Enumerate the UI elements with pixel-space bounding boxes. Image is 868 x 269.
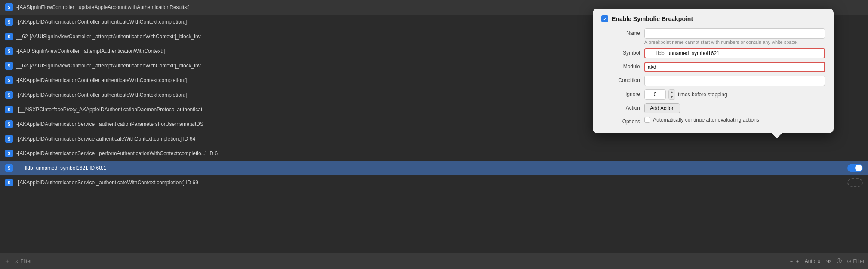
form-grid: Name A breakpoint name cannot start with… bbox=[601, 28, 825, 125]
condition-label: Condition bbox=[601, 76, 640, 83]
toolbar-left: + ⊙ Filter bbox=[3, 257, 32, 266]
filter-icon: ⊙ bbox=[14, 258, 18, 264]
info-icon[interactable]: ⓘ bbox=[837, 257, 842, 265]
options-checkbox[interactable] bbox=[644, 117, 650, 123]
auto-label[interactable]: Auto ⇕ bbox=[805, 258, 822, 264]
options-row: Automatically continue after evaluating … bbox=[644, 117, 825, 123]
breakpoint-icon: S bbox=[5, 120, 13, 128]
breakpoint-text: -[AKAppleIDAuthenticationController auth… bbox=[16, 77, 190, 83]
popup-panel: Enable Symbolic Breakpoint Name A breakp… bbox=[593, 9, 834, 133]
name-field-area: A breakpoint name cannot start with numb… bbox=[644, 28, 825, 45]
breakpoint-icon: S bbox=[5, 106, 13, 113]
add-action-label: Add Action bbox=[650, 105, 674, 111]
breakpoint-icon: S bbox=[5, 91, 13, 99]
module-label: Module bbox=[601, 62, 640, 70]
action-label: Action bbox=[601, 103, 640, 111]
breakpoint-icon: S bbox=[5, 33, 13, 40]
eye-icon[interactable]: 👁 bbox=[826, 258, 831, 264]
name-input[interactable] bbox=[644, 28, 825, 39]
breakpoint-icon: S bbox=[5, 179, 13, 186]
add-action-button[interactable]: Add Action bbox=[644, 103, 680, 113]
breakpoint-text: -[AKAppleIDAuthenticationController auth… bbox=[16, 19, 187, 25]
breakpoint-icon: S bbox=[5, 47, 13, 55]
breakpoint-icon: S bbox=[5, 3, 13, 11]
options-text: Automatically continue after evaluating … bbox=[653, 117, 759, 123]
breakpoint-icon: S bbox=[5, 135, 13, 143]
ignore-row: ▲ ▼ times before stopping bbox=[644, 89, 825, 100]
name-label: Name bbox=[601, 28, 640, 36]
breakpoint-icon: S bbox=[5, 62, 13, 70]
breakpoint-text: -[AKAppleIDAuthenticationService _perfor… bbox=[16, 150, 218, 156]
popup-title: Enable Symbolic Breakpoint bbox=[612, 15, 693, 22]
breakpoint-icon: S bbox=[5, 150, 13, 157]
breakpoint-text: -[__NSXPCInterfaceProxy_AKAppleIDAuthent… bbox=[16, 107, 202, 113]
breakpoint-item[interactable]: S-[AKAppleIDAuthenticationService _authe… bbox=[0, 175, 868, 190]
auto-arrow: ⇕ bbox=[817, 258, 821, 264]
breakpoint-item[interactable]: S-[AKAppleIDAuthenticationService _perfo… bbox=[0, 146, 868, 161]
popup-title-row: Enable Symbolic Breakpoint bbox=[601, 15, 825, 22]
module-input[interactable] bbox=[644, 62, 825, 72]
ignore-value-input[interactable] bbox=[644, 89, 666, 100]
view-icons[interactable]: ⊟ ⊞ bbox=[789, 258, 799, 264]
condition-field-area bbox=[644, 76, 825, 86]
filter-right-icon: ⊙ bbox=[847, 258, 851, 264]
breakpoint-text: -[AKAppleIDAuthenticationService authent… bbox=[16, 136, 195, 142]
module-field-area bbox=[644, 62, 825, 72]
times-label: times before stopping bbox=[678, 92, 727, 98]
breakpoint-icon: S bbox=[5, 76, 13, 84]
breakpoint-text: __62-[AAUISignInViewController _attemptA… bbox=[16, 34, 201, 40]
toolbar-right: ⊟ ⊞ Auto ⇕ 👁 ⓘ ⊙ Filter bbox=[789, 257, 865, 265]
toggle-on[interactable] bbox=[847, 164, 863, 172]
breakpoint-text: -[AKAppleIDAuthenticationService _authen… bbox=[16, 180, 198, 186]
filter-right-label[interactable]: Filter bbox=[853, 258, 865, 264]
stepper-arrows[interactable]: ▲ ▼ bbox=[668, 89, 675, 100]
breakpoint-item[interactable]: S___lldb_unnamed_symbol1621 ID 68.1 bbox=[0, 161, 868, 175]
breakpoint-text: -[AKAppleIDAuthenticationService _authen… bbox=[16, 121, 203, 127]
breakpoint-icon: S bbox=[5, 18, 13, 26]
breakpoint-text: -[AASignInFlowController _updateAppleAcc… bbox=[16, 4, 190, 10]
symbol-input[interactable] bbox=[644, 48, 825, 58]
symbol-field-area bbox=[644, 48, 825, 58]
toggle-off[interactable] bbox=[847, 178, 863, 187]
action-area: Add Action bbox=[644, 103, 825, 113]
filter-label[interactable]: Filter bbox=[20, 258, 32, 264]
auto-text: Auto bbox=[805, 258, 816, 264]
filter-area-right: ⊙ Filter bbox=[847, 258, 865, 264]
filter-area: ⊙ Filter bbox=[14, 258, 32, 264]
breakpoint-text: __62-[AAUISignInViewController _attemptA… bbox=[16, 63, 201, 69]
options-label: Options bbox=[601, 117, 640, 125]
condition-input[interactable] bbox=[644, 76, 825, 86]
name-hint: A breakpoint name cannot start with numb… bbox=[644, 40, 825, 45]
bottom-toolbar: + ⊙ Filter ⊟ ⊞ Auto ⇕ 👁 ⓘ ⊙ Filter bbox=[0, 253, 868, 269]
stepper-up[interactable]: ▲ bbox=[669, 90, 675, 95]
enable-checkbox[interactable] bbox=[601, 15, 608, 22]
breakpoint-text: ___lldb_unnamed_symbol1621 ID 68.1 bbox=[16, 165, 106, 171]
breakpoint-text: -[AAUISignInViewController _attemptAuthe… bbox=[16, 48, 165, 54]
breakpoint-item[interactable]: S-[AKAppleIDAuthenticationService authen… bbox=[0, 131, 868, 146]
main-area: S-[AASignInFlowController _updateAppleAc… bbox=[0, 0, 868, 253]
breakpoint-icon: S bbox=[5, 164, 13, 172]
add-button[interactable]: + bbox=[3, 257, 11, 266]
stepper-down[interactable]: ▼ bbox=[669, 95, 675, 99]
symbol-label: Symbol bbox=[601, 48, 640, 56]
ignore-label: Ignore bbox=[601, 89, 640, 97]
breakpoint-text: -[AKAppleIDAuthenticationController auth… bbox=[16, 92, 187, 98]
